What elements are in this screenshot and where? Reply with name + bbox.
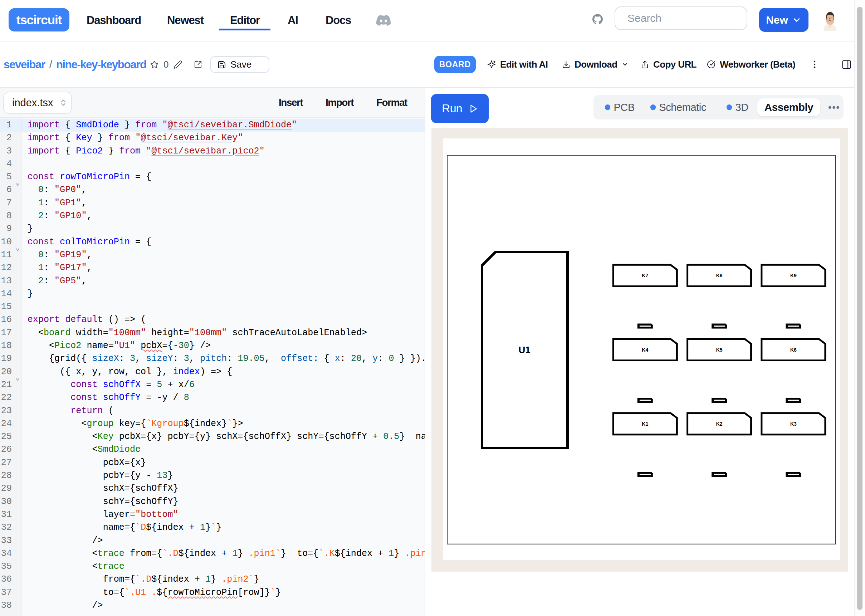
svg-text:K8: K8 — [716, 273, 723, 278]
svg-text:K7: K7 — [642, 273, 648, 278]
svg-text:U1: U1 — [518, 344, 530, 355]
svg-text:K2: K2 — [716, 421, 723, 427]
svg-text:K4: K4 — [642, 347, 648, 353]
svg-text:K3: K3 — [790, 421, 797, 427]
svg-text:K6: K6 — [790, 347, 797, 353]
svg-text:K5: K5 — [716, 347, 723, 353]
svg-text:K1: K1 — [642, 421, 648, 427]
svg-text:K9: K9 — [790, 273, 797, 278]
